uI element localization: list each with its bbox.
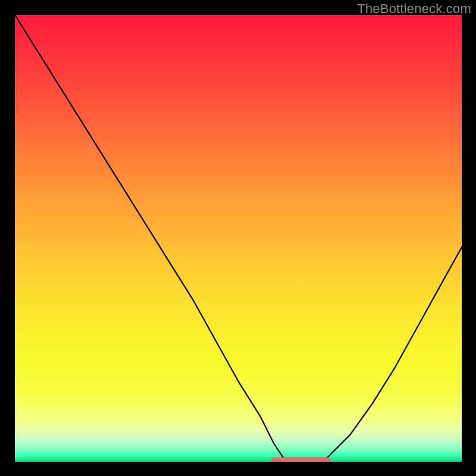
chart-frame: TheBottleneck.com [0, 0, 476, 476]
plot-area [15, 15, 462, 462]
chart-svg [15, 15, 462, 462]
curve-path [15, 15, 462, 462]
